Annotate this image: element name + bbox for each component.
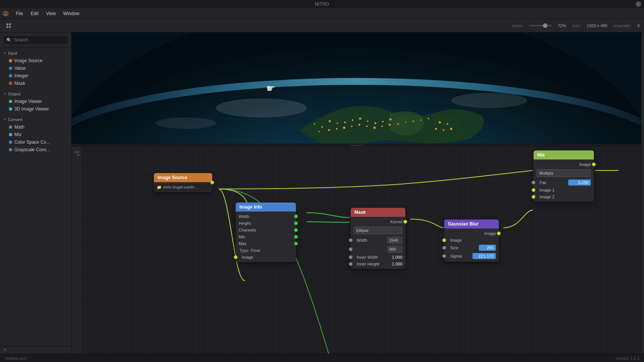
image-viewer[interactable]: ☛ <box>72 32 641 144</box>
port-image-source-out[interactable] <box>210 181 214 184</box>
zoom-slider[interactable] <box>529 25 552 26</box>
label-size: Size <box>447 245 477 250</box>
svg-point-9 <box>344 121 346 123</box>
port-inner-width-in[interactable] <box>349 255 353 259</box>
node-file-row[interactable]: 📁 niels-bugel-earth-... <box>154 184 212 190</box>
port-max-out[interactable] <box>294 242 298 245</box>
label-gaussian-image-in: Image <box>447 238 462 242</box>
sidebar-item-image-source[interactable]: Image Source <box>0 57 71 64</box>
port-height-out[interactable] <box>294 221 298 225</box>
node-row-image-in: Image <box>236 254 296 261</box>
node-mask[interactable]: Mask Kernel Ellipse Rectangle Wi <box>351 208 405 269</box>
svg-point-26 <box>439 121 441 124</box>
node-image-info-header[interactable]: Image Info <box>236 202 296 212</box>
dot-image-source <box>9 59 12 62</box>
port-mix-out[interactable] <box>592 163 596 166</box>
menu-window[interactable]: Window <box>60 9 83 18</box>
traffic-light[interactable] <box>636 2 641 7</box>
sidebar-item-mask[interactable]: Mask <box>0 80 71 87</box>
node-mask-header[interactable]: Mask <box>351 208 405 217</box>
sidebar-item-value[interactable]: Value <box>0 64 71 72</box>
port-channels-out[interactable] <box>294 228 298 232</box>
sidebar-item-image-viewer[interactable]: Image Viewer <box>0 98 71 105</box>
node-row-shape[interactable]: Ellipse Rectangle <box>351 225 405 236</box>
sidebar-item-mix[interactable]: Mix <box>0 131 71 138</box>
divider-horizontal[interactable] <box>72 144 641 147</box>
menu-bar: File Edit View Window <box>0 8 644 19</box>
svg-point-39 <box>451 93 527 108</box>
node-image-source-header[interactable]: Image Source <box>154 173 212 182</box>
section-output-label: Output <box>8 92 20 96</box>
port-gaussian-image-in[interactable] <box>442 238 446 242</box>
node-gaussian-blur[interactable]: Gaussian Blur Image Image Size <box>444 219 499 262</box>
section-input-label: Input <box>8 51 17 55</box>
svg-point-31 <box>314 123 315 124</box>
port-width-out[interactable] <box>294 215 298 218</box>
mix-mode-select[interactable]: Multiply Add Screen <box>537 169 591 177</box>
node-type-text: Type: Float <box>236 247 296 254</box>
port-image2-in[interactable] <box>532 195 535 199</box>
sidebar-item-grayscale[interactable]: Grayscale Conv... <box>0 146 71 153</box>
svg-point-17 <box>328 129 330 131</box>
node-mix[interactable]: Mix Image Multiply Add Screen <box>534 150 594 202</box>
node-gaussian-header[interactable]: Gaussian Blur <box>444 219 499 229</box>
size-input[interactable] <box>479 245 496 251</box>
menu-view[interactable]: View <box>42 9 60 18</box>
port-inner-height-in[interactable] <box>349 262 353 266</box>
right-panel <box>641 32 644 354</box>
sigma-input[interactable] <box>472 253 496 259</box>
node-icon-connect[interactable] <box>73 150 81 157</box>
mask-width-input[interactable] <box>387 237 402 244</box>
section-output-header[interactable]: ▼ Output <box>0 90 71 98</box>
toolbar-info: zoom: 72% size: 1920 x 480 channels: 3 <box>512 23 639 28</box>
sidebar-item-integer[interactable]: Integer <box>0 72 71 80</box>
dot-math <box>9 126 12 129</box>
search-input[interactable] <box>14 37 71 43</box>
node-editor[interactable]: Image Source 📁 niels-bugel-earth-... Ima… <box>72 147 641 354</box>
dot-3d-viewer <box>9 107 12 110</box>
search-box[interactable]: 🔍 <box>3 35 68 44</box>
sidebar-item-color-space[interactable]: Color Space Co... <box>0 138 71 146</box>
file-icon: 📁 <box>157 185 161 189</box>
node-mix-header[interactable]: Mix <box>534 150 594 160</box>
port-image1-in[interactable] <box>532 188 535 192</box>
section-input: ▼ Input Image Source Value Integer Mask <box>0 48 71 89</box>
menu-file[interactable]: File <box>12 9 27 18</box>
node-image-source[interactable]: Image Source 📁 niels-bugel-earth-... <box>154 173 212 192</box>
fac-input[interactable] <box>568 179 591 186</box>
port-mask-width-in[interactable] <box>349 238 353 242</box>
sidebar-footer: ▼ <box>0 346 71 354</box>
port-gaussian-out[interactable] <box>497 232 501 235</box>
toolbar-icon-grid[interactable] <box>5 21 13 30</box>
port-mask-height-in[interactable] <box>349 247 353 251</box>
node-row-height: Height <box>236 220 296 227</box>
port-image-in[interactable] <box>234 255 238 259</box>
node-row-mix-mode[interactable]: Multiply Add Screen <box>534 168 594 178</box>
menu-edit[interactable]: Edit <box>27 9 42 18</box>
section-input-header[interactable]: ▼ Input <box>0 49 71 57</box>
mask-shape-select[interactable]: Ellipse Rectangle <box>354 227 402 234</box>
search-icon: 🔍 <box>6 38 12 43</box>
version: version 1.1.1 <box>616 356 639 360</box>
sidebar-item-math[interactable]: Math <box>0 123 71 131</box>
node-image-info[interactable]: Image Info Width Height Channels <box>236 202 296 262</box>
svg-point-16 <box>321 126 323 128</box>
port-sigma-in[interactable] <box>442 254 446 258</box>
mask-height-input[interactable] <box>387 246 402 253</box>
port-kernel-out[interactable] <box>403 220 407 224</box>
node-filename: niels-bugel-earth-... <box>163 185 199 189</box>
label-min: Min <box>239 235 293 239</box>
dot-color-space <box>9 141 12 144</box>
label-inner-width: Inner Width <box>354 255 390 259</box>
port-min-out[interactable] <box>294 235 298 239</box>
sidebar-label-mask: Mask <box>14 81 25 86</box>
port-fac-in[interactable] <box>532 181 535 184</box>
node-row-size: Size <box>444 244 499 252</box>
cursor-hand: ☛ <box>266 82 276 94</box>
svg-point-37 <box>428 118 429 120</box>
svg-point-19 <box>343 127 345 129</box>
label-max: Max <box>239 241 293 246</box>
port-size-in[interactable] <box>442 246 446 250</box>
section-convert-header[interactable]: ▼ Convert <box>0 116 71 123</box>
sidebar-item-3d-viewer[interactable]: 3D Image Viewer <box>0 105 71 113</box>
